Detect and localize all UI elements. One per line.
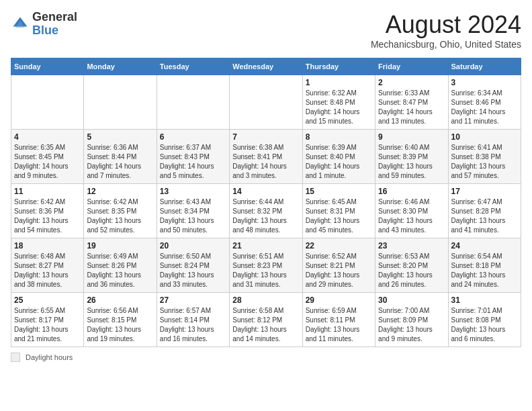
logo-general-text: General bbox=[32, 11, 77, 24]
day-number: 3 bbox=[451, 78, 518, 87]
weekday-header-thursday: Thursday bbox=[302, 58, 375, 75]
day-number: 22 bbox=[306, 241, 372, 250]
week-row-4: 25Sunrise: 6:55 AM Sunset: 8:17 PM Dayli… bbox=[11, 293, 521, 347]
calendar-cell: 18Sunrise: 6:48 AM Sunset: 8:27 PM Dayli… bbox=[11, 238, 84, 293]
calendar-cell: 5Sunrise: 6:36 AM Sunset: 8:44 PM Daylig… bbox=[84, 130, 157, 184]
day-info: Sunrise: 6:46 AM Sunset: 8:30 PM Dayligh… bbox=[378, 197, 445, 235]
calendar-body: 1Sunrise: 6:32 AM Sunset: 8:48 PM Daylig… bbox=[11, 75, 521, 347]
day-info: Sunrise: 6:37 AM Sunset: 8:43 PM Dayligh… bbox=[160, 143, 226, 181]
day-number: 26 bbox=[87, 295, 153, 305]
calendar-cell: 27Sunrise: 6:57 AM Sunset: 8:14 PM Dayli… bbox=[157, 293, 229, 347]
calendar-header: SundayMondayTuesdayWednesdayThursdayFrid… bbox=[11, 58, 521, 75]
day-number: 6 bbox=[160, 132, 226, 142]
location-title: Mechanicsburg, Ohio, United States bbox=[371, 39, 521, 50]
calendar-cell: 31Sunrise: 7:01 AM Sunset: 8:08 PM Dayli… bbox=[448, 293, 521, 347]
day-info: Sunrise: 6:41 AM Sunset: 8:38 PM Dayligh… bbox=[451, 143, 518, 181]
calendar-cell: 14Sunrise: 6:44 AM Sunset: 8:32 PM Dayli… bbox=[230, 184, 302, 238]
day-number: 24 bbox=[451, 241, 518, 250]
calendar-cell: 15Sunrise: 6:45 AM Sunset: 8:31 PM Dayli… bbox=[302, 184, 375, 238]
day-info: Sunrise: 6:33 AM Sunset: 8:47 PM Dayligh… bbox=[378, 89, 445, 126]
day-info: Sunrise: 6:55 AM Sunset: 8:17 PM Dayligh… bbox=[14, 306, 81, 344]
day-number: 21 bbox=[232, 241, 299, 250]
day-info: Sunrise: 6:45 AM Sunset: 8:31 PM Dayligh… bbox=[306, 197, 372, 235]
calendar-cell: 13Sunrise: 6:43 AM Sunset: 8:34 PM Dayli… bbox=[157, 184, 229, 238]
calendar-cell: 22Sunrise: 6:52 AM Sunset: 8:21 PM Dayli… bbox=[302, 238, 375, 293]
week-row-0: 1Sunrise: 6:32 AM Sunset: 8:48 PM Daylig… bbox=[11, 75, 521, 130]
header: General Blue August 2024 Mechanicsburg, … bbox=[11, 11, 521, 50]
day-info: Sunrise: 6:53 AM Sunset: 8:20 PM Dayligh… bbox=[378, 252, 445, 289]
logo-text: General Blue bbox=[32, 11, 77, 38]
day-info: Sunrise: 6:58 AM Sunset: 8:12 PM Dayligh… bbox=[232, 306, 299, 344]
weekday-header-friday: Friday bbox=[375, 58, 448, 75]
day-info: Sunrise: 6:44 AM Sunset: 8:32 PM Dayligh… bbox=[232, 197, 299, 235]
calendar-cell: 26Sunrise: 6:56 AM Sunset: 8:15 PM Dayli… bbox=[84, 293, 157, 347]
day-number: 25 bbox=[14, 295, 81, 305]
logo: General Blue bbox=[11, 11, 77, 38]
day-info: Sunrise: 6:49 AM Sunset: 8:26 PM Dayligh… bbox=[87, 252, 153, 289]
calendar-cell: 23Sunrise: 6:53 AM Sunset: 8:20 PM Dayli… bbox=[375, 238, 448, 293]
weekday-header-monday: Monday bbox=[84, 58, 157, 75]
legend-box bbox=[11, 353, 20, 362]
day-info: Sunrise: 6:42 AM Sunset: 8:36 PM Dayligh… bbox=[14, 197, 81, 235]
calendar-cell: 3Sunrise: 6:34 AM Sunset: 8:46 PM Daylig… bbox=[448, 75, 521, 130]
calendar-cell: 30Sunrise: 7:00 AM Sunset: 8:09 PM Dayli… bbox=[375, 293, 448, 347]
day-info: Sunrise: 6:47 AM Sunset: 8:28 PM Dayligh… bbox=[451, 197, 518, 235]
day-info: Sunrise: 6:32 AM Sunset: 8:48 PM Dayligh… bbox=[306, 89, 372, 126]
calendar-cell bbox=[157, 75, 229, 130]
weekday-row: SundayMondayTuesdayWednesdayThursdayFrid… bbox=[11, 58, 521, 75]
legend-label: Daylight hours bbox=[26, 353, 73, 361]
day-info: Sunrise: 6:59 AM Sunset: 8:11 PM Dayligh… bbox=[306, 306, 372, 344]
day-number: 31 bbox=[451, 295, 518, 305]
day-number: 5 bbox=[87, 132, 153, 142]
calendar-cell: 20Sunrise: 6:50 AM Sunset: 8:24 PM Dayli… bbox=[157, 238, 229, 293]
week-row-3: 18Sunrise: 6:48 AM Sunset: 8:27 PM Dayli… bbox=[11, 238, 521, 293]
week-row-1: 4Sunrise: 6:35 AM Sunset: 8:45 PM Daylig… bbox=[11, 130, 521, 184]
day-number: 30 bbox=[378, 295, 445, 305]
day-info: Sunrise: 6:38 AM Sunset: 8:41 PM Dayligh… bbox=[232, 143, 299, 181]
day-info: Sunrise: 6:52 AM Sunset: 8:21 PM Dayligh… bbox=[306, 252, 372, 289]
calendar-cell: 24Sunrise: 6:54 AM Sunset: 8:18 PM Dayli… bbox=[448, 238, 521, 293]
day-number: 29 bbox=[306, 295, 372, 305]
calendar-cell: 12Sunrise: 6:42 AM Sunset: 8:35 PM Dayli… bbox=[84, 184, 157, 238]
weekday-header-sunday: Sunday bbox=[11, 58, 84, 75]
day-info: Sunrise: 6:43 AM Sunset: 8:34 PM Dayligh… bbox=[160, 197, 226, 235]
day-info: Sunrise: 6:54 AM Sunset: 8:18 PM Dayligh… bbox=[451, 252, 518, 289]
day-info: Sunrise: 6:39 AM Sunset: 8:40 PM Dayligh… bbox=[306, 143, 372, 181]
day-number: 27 bbox=[160, 295, 226, 305]
day-info: Sunrise: 6:51 AM Sunset: 8:23 PM Dayligh… bbox=[232, 252, 299, 289]
day-number: 16 bbox=[378, 187, 445, 196]
calendar-cell bbox=[84, 75, 157, 130]
day-info: Sunrise: 6:57 AM Sunset: 8:14 PM Dayligh… bbox=[160, 306, 226, 344]
day-number: 13 bbox=[160, 187, 226, 196]
day-number: 8 bbox=[306, 132, 372, 142]
day-number: 14 bbox=[232, 187, 299, 196]
day-number: 2 bbox=[378, 78, 445, 87]
calendar-cell: 25Sunrise: 6:55 AM Sunset: 8:17 PM Dayli… bbox=[11, 293, 84, 347]
calendar-cell: 4Sunrise: 6:35 AM Sunset: 8:45 PM Daylig… bbox=[11, 130, 84, 184]
calendar-cell: 2Sunrise: 6:33 AM Sunset: 8:47 PM Daylig… bbox=[375, 75, 448, 130]
legend-area: Daylight hours bbox=[11, 353, 521, 362]
title-area: August 2024 Mechanicsburg, Ohio, United … bbox=[371, 11, 521, 50]
calendar-cell: 10Sunrise: 6:41 AM Sunset: 8:38 PM Dayli… bbox=[448, 130, 521, 184]
day-number: 1 bbox=[306, 78, 372, 87]
day-number: 17 bbox=[451, 187, 518, 196]
day-number: 12 bbox=[87, 187, 153, 196]
logo-icon bbox=[11, 15, 30, 34]
calendar-cell: 19Sunrise: 6:49 AM Sunset: 8:26 PM Dayli… bbox=[84, 238, 157, 293]
day-info: Sunrise: 6:35 AM Sunset: 8:45 PM Dayligh… bbox=[14, 143, 81, 181]
calendar-cell: 8Sunrise: 6:39 AM Sunset: 8:40 PM Daylig… bbox=[302, 130, 375, 184]
day-info: Sunrise: 6:42 AM Sunset: 8:35 PM Dayligh… bbox=[87, 197, 153, 235]
day-number: 19 bbox=[87, 241, 153, 250]
weekday-header-tuesday: Tuesday bbox=[157, 58, 229, 75]
day-info: Sunrise: 6:40 AM Sunset: 8:39 PM Dayligh… bbox=[378, 143, 445, 181]
calendar-cell: 28Sunrise: 6:58 AM Sunset: 8:12 PM Dayli… bbox=[230, 293, 302, 347]
calendar-cell: 7Sunrise: 6:38 AM Sunset: 8:41 PM Daylig… bbox=[230, 130, 302, 184]
calendar-cell: 6Sunrise: 6:37 AM Sunset: 8:43 PM Daylig… bbox=[157, 130, 229, 184]
day-info: Sunrise: 6:48 AM Sunset: 8:27 PM Dayligh… bbox=[14, 252, 81, 289]
calendar-cell bbox=[230, 75, 302, 130]
day-number: 15 bbox=[306, 187, 372, 196]
month-title: August 2024 bbox=[371, 11, 521, 39]
weekday-header-wednesday: Wednesday bbox=[230, 58, 302, 75]
day-info: Sunrise: 7:01 AM Sunset: 8:08 PM Dayligh… bbox=[451, 306, 518, 344]
day-number: 9 bbox=[378, 132, 445, 142]
